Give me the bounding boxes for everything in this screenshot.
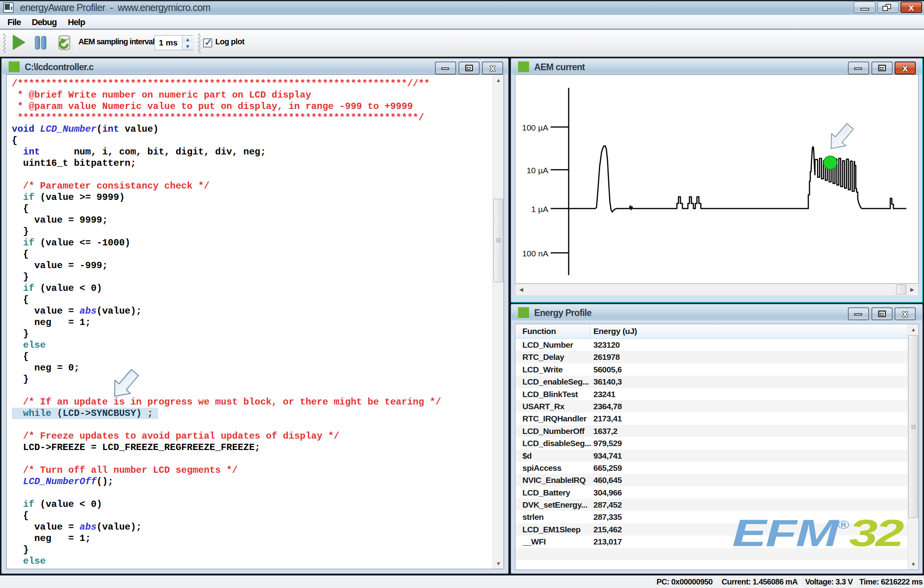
svg-text:100 µA: 100 µA <box>522 123 548 132</box>
svg-text:10 µA: 10 µA <box>527 166 548 175</box>
svg-text:100 nA: 100 nA <box>522 249 548 258</box>
svg-text:1 µA: 1 µA <box>531 205 548 214</box>
